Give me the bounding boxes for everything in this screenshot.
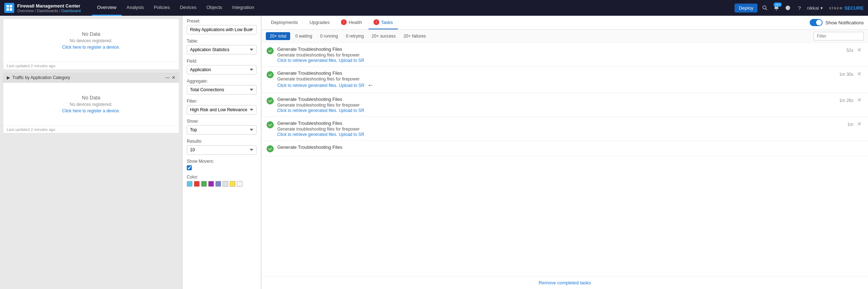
table-label: Table:	[187, 39, 257, 44]
tasks-filter-bar: 20+ total 0 waiting 0 running 0 retrying…	[262, 30, 868, 43]
color-swatches	[187, 181, 257, 187]
task-title-5: Generate Troubleshooting Files	[277, 144, 863, 150]
results-select[interactable]: 10	[187, 145, 257, 155]
right-panel: Deployments Upgrades ! Health ! Tasks	[261, 16, 868, 289]
user-menu[interactable]: nikkal ▾	[807, 5, 823, 11]
task-actions-1: 52s ✕	[847, 46, 863, 53]
task-status-icon-1	[267, 47, 274, 54]
task-title-4: Generate Troubleshooting Files	[277, 121, 844, 126]
filter-total-button[interactable]: 20+ total	[266, 32, 290, 40]
config-panel: Preset: Risky Applications with Low Bus …	[182, 16, 261, 289]
cisco-logo: cisco	[829, 6, 843, 10]
breadcrumb: Overview / Dashboards / Dashboard	[17, 9, 81, 13]
color-swatch-1[interactable]	[187, 181, 192, 187]
tab-tasks[interactable]: ! Tasks	[369, 16, 398, 29]
notification-badge: 21+	[774, 3, 782, 7]
show-select[interactable]: Top	[187, 125, 257, 134]
nav-item-objects[interactable]: Objects	[201, 0, 227, 16]
widget-header-actions-2: — ✕	[165, 75, 175, 80]
filter-input[interactable]	[814, 32, 864, 40]
help-icon[interactable]: ?	[795, 4, 803, 12]
task-status-icon-4	[267, 121, 274, 128]
color-swatch-8[interactable]	[237, 181, 243, 187]
config-filter-row: Filter: High Risk and Low Relevance	[187, 99, 257, 114]
color-swatch-4[interactable]	[208, 181, 214, 187]
aggregate-label: Aggregate:	[187, 79, 257, 84]
task-close-2[interactable]: ✕	[855, 70, 863, 77]
widget-footer-2: Last updated 2 minutes ago	[3, 126, 179, 133]
no-devices-text-1: No devices registered.	[70, 38, 112, 43]
deploy-button[interactable]: Deploy	[735, 4, 757, 13]
task-links-2: Click to retrieve generated files. Uploa…	[277, 82, 836, 89]
top-navigation: Firewall Management Center Overview / Da…	[0, 0, 868, 16]
color-swatch-3[interactable]	[201, 181, 207, 187]
task-link1-2[interactable]: Click to retrieve generated files.	[277, 83, 337, 88]
task-item-2: Generate Troubleshooting Files Generate …	[262, 67, 868, 93]
show-movers-checkbox[interactable]	[187, 165, 192, 170]
register-device-link-2[interactable]: Click here to register a device.	[62, 108, 120, 113]
upgrades-tab-label: Upgrades	[309, 20, 330, 25]
total-count: 20+ total	[270, 34, 286, 39]
remove-completed-bar: Remove completed tasks	[262, 276, 868, 289]
close-icon-2[interactable]: ✕	[172, 75, 175, 80]
task-link2-4[interactable]: Upload to SR	[339, 132, 364, 137]
field-label: Field:	[187, 59, 257, 64]
task-link2-2[interactable]: Upload to SR	[339, 83, 364, 88]
notification-icon[interactable]: 21+	[772, 4, 780, 12]
tab-deployments[interactable]: Deployments	[266, 16, 303, 29]
health-badge: !	[341, 19, 347, 25]
table-select[interactable]: Application Statistics	[187, 45, 257, 54]
field-select[interactable]: Application	[187, 65, 257, 74]
running-stat: 0 running	[317, 33, 341, 40]
widget-label-2: Traffic by Application Category	[12, 75, 70, 80]
task-status-icon-3	[267, 97, 274, 104]
filter-select[interactable]: High Risk and Low Relevance	[187, 105, 257, 114]
color-swatch-5[interactable]	[215, 181, 221, 187]
tasks-list: Generate Troubleshooting Files Generate …	[262, 43, 868, 276]
task-link2-1[interactable]: Upload to SR	[339, 58, 364, 63]
task-link2-3[interactable]: Upload to SR	[339, 108, 364, 113]
task-close-1[interactable]: ✕	[855, 46, 863, 53]
color-swatch-7[interactable]	[230, 181, 235, 187]
color-swatch-2[interactable]	[194, 181, 200, 187]
task-desc-2: Generate troubleshooting files for firep…	[277, 77, 836, 82]
nav-item-devices[interactable]: Devices	[175, 0, 201, 16]
preset-label: Preset:	[187, 19, 257, 24]
nav-item-analysis[interactable]: Analysis	[122, 0, 149, 16]
config-aggregate-row: Aggregate: Total Connections	[187, 79, 257, 94]
task-link1-3[interactable]: Click to retrieve generated files.	[277, 108, 337, 113]
task-content-3: Generate Troubleshooting Files Generate …	[277, 97, 836, 113]
register-device-link-1[interactable]: Click here to register a device.	[62, 45, 120, 50]
minimize-icon-2[interactable]: —	[165, 75, 170, 80]
nav-item-policies[interactable]: Policies	[149, 0, 175, 16]
preset-select[interactable]: Risky Applications with Low Bus	[187, 25, 257, 34]
task-actions-3: 1m 26s ✕	[839, 97, 863, 103]
tasks-tabs-bar: Deployments Upgrades ! Health ! Tasks	[262, 16, 868, 30]
widget-no-data-1: No Data No devices registered. Click her…	[3, 19, 179, 70]
task-link1-4[interactable]: Click to retrieve generated files.	[277, 132, 337, 137]
remove-completed-button[interactable]: Remove completed tasks	[539, 280, 591, 285]
nav-item-overview[interactable]: Overview	[92, 0, 121, 16]
search-icon[interactable]	[761, 4, 769, 12]
config-results-row: Results: 10	[187, 139, 257, 155]
svg-rect-1	[10, 5, 12, 8]
tab-upgrades[interactable]: Upgrades	[304, 16, 335, 29]
nav-item-integration[interactable]: Integration	[227, 0, 259, 16]
widget-header-2[interactable]: ▶ Traffic by Application Category — ✕	[3, 73, 179, 83]
task-content-2: Generate Troubleshooting Files Generate …	[277, 70, 836, 89]
task-item-5: Generate Troubleshooting Files	[262, 141, 868, 156]
task-item-1: Generate Troubleshooting Files Generate …	[262, 43, 868, 67]
color-swatch-6[interactable]	[223, 181, 228, 187]
results-label: Results:	[187, 139, 257, 144]
toggle-switch[interactable]	[810, 19, 823, 26]
settings-icon[interactable]	[784, 4, 792, 12]
aggregate-select[interactable]: Total Connections	[187, 85, 257, 94]
waiting-stat: 0 waiting	[292, 33, 315, 40]
task-link1-1[interactable]: Click to retrieve generated files.	[277, 58, 337, 63]
config-show-row: Show: Top	[187, 119, 257, 134]
task-close-3[interactable]: ✕	[855, 97, 863, 103]
tab-health[interactable]: ! Health	[336, 16, 367, 29]
task-close-4[interactable]: ✕	[855, 121, 863, 127]
tasks-panel: Deployments Upgrades ! Health ! Tasks	[261, 16, 868, 289]
config-color-row: Color:	[187, 175, 257, 187]
